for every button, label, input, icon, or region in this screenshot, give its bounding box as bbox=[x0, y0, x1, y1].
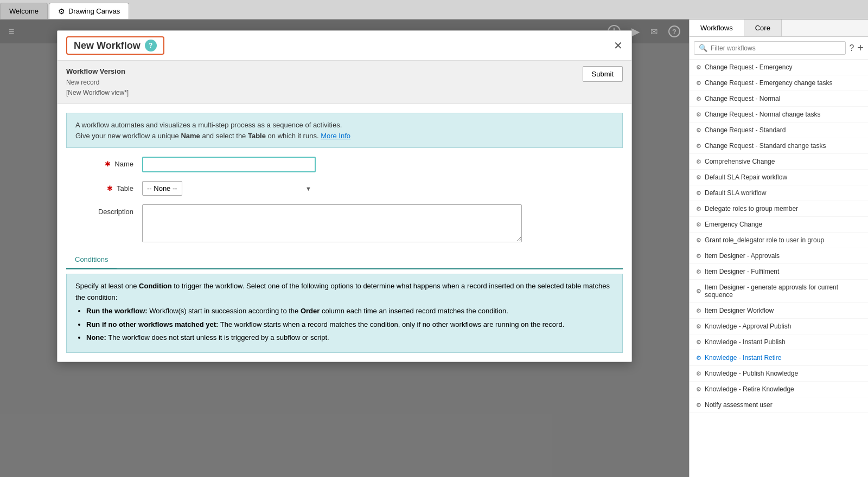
workflow-icon: ⚙ bbox=[696, 80, 701, 87]
info-banner: A workflow automates and visualizes a mu… bbox=[66, 113, 623, 148]
modal-overlay: New Workflow ? ✕ Workflow Version bbox=[0, 20, 689, 477]
workflow-item[interactable]: ⚙Item Designer - Approvals bbox=[690, 248, 868, 264]
workflow-item-label: Notify assessment user bbox=[705, 401, 773, 409]
workflow-item-label: Item Designer - generate approvals for c… bbox=[705, 283, 861, 299]
workflow-version-info: Workflow Version New record [New Workflo… bbox=[66, 66, 129, 98]
description-row: Description bbox=[66, 204, 623, 242]
submit-button[interactable]: Submit bbox=[583, 66, 623, 82]
workflow-item-label: Item Designer - Approvals bbox=[705, 252, 780, 260]
workflow-item[interactable]: ⚙Change Request - Standard bbox=[690, 123, 868, 138]
canvas-area: ≡ i ▶ ✉ ? bbox=[0, 20, 689, 477]
workflow-item[interactable]: ⚙Change Request - Standard change tasks bbox=[690, 138, 868, 154]
workflow-item[interactable]: ⚙Change Request - Normal bbox=[690, 91, 868, 107]
search-input[interactable] bbox=[711, 44, 841, 52]
workflow-icon: ⚙ bbox=[696, 288, 701, 295]
search-icon: 🔍 bbox=[699, 44, 707, 52]
workflow-item[interactable]: ⚙Change Request - Normal change tasks bbox=[690, 107, 868, 123]
search-help-icon[interactable]: ? bbox=[849, 43, 854, 53]
close-icon: ✕ bbox=[614, 40, 623, 51]
select-arrow-icon: ▼ bbox=[305, 185, 311, 192]
workflow-item-label: Emergency Change bbox=[705, 221, 762, 228]
description-textarea[interactable] bbox=[142, 204, 522, 242]
modal-body: Workflow Version New record [New Workflo… bbox=[58, 61, 631, 362]
table-label: ✱ Table bbox=[66, 181, 142, 192]
workflow-icon: ⚙ bbox=[696, 127, 701, 134]
workflow-item-label: Default SLA Repair workflow bbox=[705, 173, 787, 181]
tab-welcome[interactable]: Welcome bbox=[0, 3, 48, 19]
workflow-icon: ⚙ bbox=[696, 237, 701, 244]
workflow-item[interactable]: ⚙Default SLA Repair workflow bbox=[690, 170, 868, 185]
workflow-item-label: Knowledge - Approval Publish bbox=[705, 323, 791, 330]
workflow-item[interactable]: ⚙Knowledge - Instant Retire bbox=[690, 350, 868, 366]
workflow-item-label: Change Request - Normal bbox=[705, 95, 780, 102]
workflow-item-label: Change Request - Emergency change tasks bbox=[705, 79, 832, 87]
workflow-item[interactable]: ⚙Knowledge - Approval Publish bbox=[690, 319, 868, 334]
right-panel: Workflows Core 🔍 ? + ⚙Change Request - E… bbox=[689, 20, 868, 477]
workflow-item[interactable]: ⚙Knowledge - Instant Publish bbox=[690, 334, 868, 350]
workflow-item-label: Change Request - Standard change tasks bbox=[705, 142, 826, 150]
conditions-bullet-3: None: The workflow does not start unless… bbox=[86, 332, 614, 344]
welcome-tab-label: Welcome bbox=[9, 7, 39, 15]
workflow-item[interactable]: ⚙Emergency Change bbox=[690, 217, 868, 233]
close-button[interactable]: ✕ bbox=[614, 40, 623, 51]
name-label: ✱ Name bbox=[66, 157, 142, 168]
name-row: ✱ Name bbox=[66, 157, 623, 172]
drawing-canvas-tab-label: Drawing Canvas bbox=[68, 7, 120, 15]
workflow-icon: ⚙ bbox=[696, 221, 701, 228]
workflow-item[interactable]: ⚙Item Designer - generate approvals for … bbox=[690, 280, 868, 303]
workflow-item[interactable]: ⚙Comprehensive Change bbox=[690, 154, 868, 170]
search-input-wrap: 🔍 bbox=[694, 41, 846, 55]
more-info-link[interactable]: More Info bbox=[321, 132, 350, 140]
workflow-icon: ⚙ bbox=[696, 253, 701, 260]
workflow-item[interactable]: ⚙Item Designer Workflow bbox=[690, 303, 868, 319]
workflow-icon: ⚙ bbox=[696, 143, 701, 150]
modal-help-icon[interactable]: ? bbox=[145, 40, 157, 51]
info-text-3: and select the bbox=[200, 132, 248, 140]
conditions-info: Specify at least one Condition to trigge… bbox=[66, 274, 623, 353]
conditions-tab[interactable]: Conditions bbox=[66, 251, 117, 269]
tab-bar: Welcome ⚙ Drawing Canvas bbox=[0, 0, 868, 20]
workflow-icon: ⚙ bbox=[696, 339, 701, 346]
info-text-4: on which it runs. bbox=[266, 132, 321, 140]
workflow-item[interactable]: ⚙Change Request - Emergency change tasks bbox=[690, 75, 868, 91]
workflow-icon: ⚙ bbox=[696, 370, 701, 377]
workflow-item[interactable]: ⚙Default SLA workflow bbox=[690, 185, 868, 201]
workflow-item-label: Knowledge - Instant Publish bbox=[705, 338, 786, 346]
main-area: ≡ i ▶ ✉ ? bbox=[0, 20, 868, 477]
modal-title: New Workflow bbox=[74, 40, 141, 51]
workflow-item[interactable]: ⚙Change Request - Emergency bbox=[690, 60, 868, 75]
new-workflow-modal: New Workflow ? ✕ Workflow Version bbox=[57, 30, 632, 362]
search-add-icon[interactable]: + bbox=[857, 42, 864, 54]
workflow-version-title: Workflow Version bbox=[66, 67, 125, 75]
info-bold-table: Table bbox=[248, 132, 266, 140]
table-required-star: ✱ bbox=[107, 184, 113, 192]
workflow-item[interactable]: ⚙Grant role_delegator role to user in gr… bbox=[690, 233, 868, 248]
workflow-version-sub1: New record bbox=[66, 79, 99, 86]
workflow-version-sub2: [New Workflow view*] bbox=[66, 89, 129, 96]
workflow-icon: ⚙ bbox=[696, 354, 701, 362]
workflow-item-label: Grant role_delegator role to user in gro… bbox=[705, 236, 824, 244]
workflow-item[interactable]: ⚙Item Designer - Fulfilment bbox=[690, 264, 868, 280]
name-required-star: ✱ bbox=[105, 160, 111, 168]
workflow-version-bar: Workflow Version New record [New Workflo… bbox=[58, 61, 631, 104]
table-select[interactable]: -- None -- bbox=[142, 181, 182, 196]
description-label: Description bbox=[66, 204, 142, 216]
table-row: ✱ Table -- None -- ▼ bbox=[66, 181, 623, 196]
info-text-1: A workflow automates and visualizes a mu… bbox=[75, 121, 342, 129]
workflow-item-label: Knowledge - Instant Retire bbox=[705, 354, 781, 362]
workflow-icon: ⚙ bbox=[696, 205, 701, 212]
workflow-item[interactable]: ⚙Notify assessment user bbox=[690, 397, 868, 413]
workflow-item-label: Change Request - Emergency bbox=[705, 63, 792, 71]
info-bold-name: Name bbox=[181, 132, 200, 140]
right-tab-workflows[interactable]: Workflows bbox=[690, 20, 744, 36]
name-input[interactable] bbox=[142, 157, 316, 172]
right-tab-core[interactable]: Core bbox=[744, 20, 782, 36]
workflow-item[interactable]: ⚙Knowledge - Retire Knowledge bbox=[690, 382, 868, 397]
workflow-item[interactable]: ⚙Delegate roles to group member bbox=[690, 201, 868, 217]
tab-drawing-canvas[interactable]: ⚙ Drawing Canvas bbox=[49, 3, 129, 19]
workflow-item-label: Change Request - Normal change tasks bbox=[705, 111, 820, 118]
workflow-item[interactable]: ⚙Knowledge - Publish Knowledge bbox=[690, 366, 868, 382]
workflow-item-label: Knowledge - Publish Knowledge bbox=[705, 370, 798, 377]
workflow-icon: ⚙ bbox=[696, 111, 701, 118]
workflow-item-label: Default SLA workflow bbox=[705, 189, 766, 197]
